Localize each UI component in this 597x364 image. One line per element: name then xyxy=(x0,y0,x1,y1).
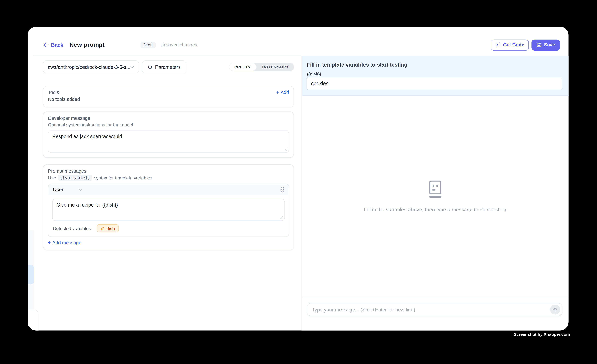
chat-message-input[interactable] xyxy=(307,307,562,312)
robot-face-icon xyxy=(426,180,444,198)
chevron-down-icon xyxy=(79,188,83,191)
arrow-up-icon xyxy=(553,307,557,312)
page-title: New prompt xyxy=(70,41,105,48)
chat-empty-state: Fill in the variables above, then type a… xyxy=(302,96,568,297)
plus-icon: + xyxy=(276,90,279,95)
variable-chip-label: dish xyxy=(107,226,115,231)
drag-dot xyxy=(283,187,284,188)
developer-message-title: Developer message xyxy=(48,116,289,121)
test-panel: Fill in template variables to start test… xyxy=(302,56,568,330)
developer-message-card: Developer message Optional system instru… xyxy=(43,111,294,158)
save-label: Save xyxy=(544,42,555,47)
screenshot-stage: Back New prompt Draft Unsaved changes Ge… xyxy=(0,0,597,364)
unsaved-changes-text: Unsaved changes xyxy=(160,42,197,47)
chat-input-bar xyxy=(302,297,568,331)
toggle-option-dotprompt[interactable]: DOTPROMPT xyxy=(256,63,294,71)
developer-message-field-wrap: Respond as jack sparrow would xyxy=(48,130,289,153)
get-code-button[interactable]: Get Code xyxy=(491,39,529,50)
model-select-value: aws/anthropic/bedrock-claude-3-5-s... xyxy=(48,64,130,70)
watermark-text: Screenshot by Xnapper.com xyxy=(514,332,570,337)
add-tool-button[interactable]: + Add xyxy=(276,90,289,95)
tools-card: Tools + Add No tools added xyxy=(43,86,294,107)
developer-message-subtitle: Optional system instructions for the mod… xyxy=(48,122,289,127)
message-textarea[interactable]: Give me a recipe for {{dish}} xyxy=(52,199,285,221)
developer-message-textarea[interactable]: Respond as jack sparrow would xyxy=(48,130,289,153)
status-badge: Draft xyxy=(141,42,156,48)
variable-key-label: {{dish}} xyxy=(307,72,562,76)
message-field-wrap: Give me a recipe for {{dish}} xyxy=(52,199,285,221)
parameters-button[interactable]: ⚙ Parameters xyxy=(142,61,186,73)
resize-handle-icon[interactable] xyxy=(284,148,287,151)
back-button[interactable]: Back xyxy=(43,42,63,48)
model-select[interactable]: aws/anthropic/bedrock-claude-3-5-s... xyxy=(43,61,139,73)
template-variables-section: Fill in template variables to start test… xyxy=(302,56,568,96)
empty-state-text: Fill in the variables above, then type a… xyxy=(364,207,506,213)
message-header: User xyxy=(48,184,289,195)
prompt-messages-title: Prompt messages xyxy=(48,168,289,174)
send-button[interactable] xyxy=(550,305,560,315)
get-code-label: Get Code xyxy=(503,42,524,47)
header-bar: Back New prompt Draft Unsaved changes Ge… xyxy=(28,27,568,55)
code-terminal-icon xyxy=(495,42,501,47)
message-block: User xyxy=(48,184,289,237)
drag-dot xyxy=(281,191,282,192)
detected-variables-row: Detected variables: dish xyxy=(53,224,284,232)
prompt-messages-card: Prompt messages Use {{variable}} syntax … xyxy=(43,164,294,250)
app-window: Back New prompt Draft Unsaved changes Ge… xyxy=(28,27,568,330)
toggle-option-pretty[interactable]: PRETTY xyxy=(229,63,256,71)
save-button[interactable]: Save xyxy=(532,39,560,50)
variable-chip-dish[interactable]: dish xyxy=(97,224,119,232)
drag-dot xyxy=(283,191,284,192)
left-edge-popover xyxy=(28,310,39,331)
add-message-button[interactable]: + Add message xyxy=(48,240,289,245)
add-tool-label: Add xyxy=(281,90,289,95)
prompt-editor-panel: aws/anthropic/bedrock-claude-3-5-s... ⚙ … xyxy=(28,56,302,330)
editor-toolbar: aws/anthropic/bedrock-claude-3-5-s... ⚙ … xyxy=(43,61,294,73)
chevron-down-icon xyxy=(130,66,134,68)
main-area: aws/anthropic/bedrock-claude-3-5-s... ⚙ … xyxy=(28,56,568,330)
detected-variables-label: Detected variables: xyxy=(53,226,92,231)
resize-handle-icon[interactable] xyxy=(280,216,283,219)
tools-empty-text: No tools added xyxy=(48,97,289,102)
tools-title: Tools xyxy=(48,90,59,95)
message-role-select[interactable]: User xyxy=(53,187,83,192)
left-edge-highlight xyxy=(28,265,34,284)
chat-input-box xyxy=(307,303,562,316)
variable-code-chip: {{variable}} xyxy=(58,175,92,181)
arrow-left-icon xyxy=(43,43,48,47)
view-mode-toggle: PRETTY DOTPROMPT xyxy=(229,63,294,71)
message-role-value: User xyxy=(53,187,63,192)
template-variables-title: Fill in template variables to start test… xyxy=(307,62,562,68)
editor-content: Tools + Add No tools added Developer mes… xyxy=(28,86,302,250)
drag-dot xyxy=(281,189,282,190)
back-label: Back xyxy=(51,42,63,48)
plus-icon: + xyxy=(48,240,51,245)
drag-dot xyxy=(281,187,282,188)
hint-suffix: syntax for template variables xyxy=(94,175,152,180)
variable-syntax-hint: Use {{variable}} syntax for template var… xyxy=(48,175,289,181)
drag-dot xyxy=(283,189,284,190)
variable-value-input[interactable] xyxy=(306,77,562,89)
gear-icon: ⚙ xyxy=(147,64,152,70)
pencil-icon xyxy=(100,226,105,230)
save-floppy-icon xyxy=(536,42,542,47)
add-message-label: Add message xyxy=(52,240,81,245)
drag-handle[interactable] xyxy=(281,187,284,192)
hint-prefix: Use xyxy=(48,175,56,180)
parameters-label: Parameters xyxy=(155,64,181,70)
tools-card-header: Tools + Add xyxy=(48,90,289,95)
